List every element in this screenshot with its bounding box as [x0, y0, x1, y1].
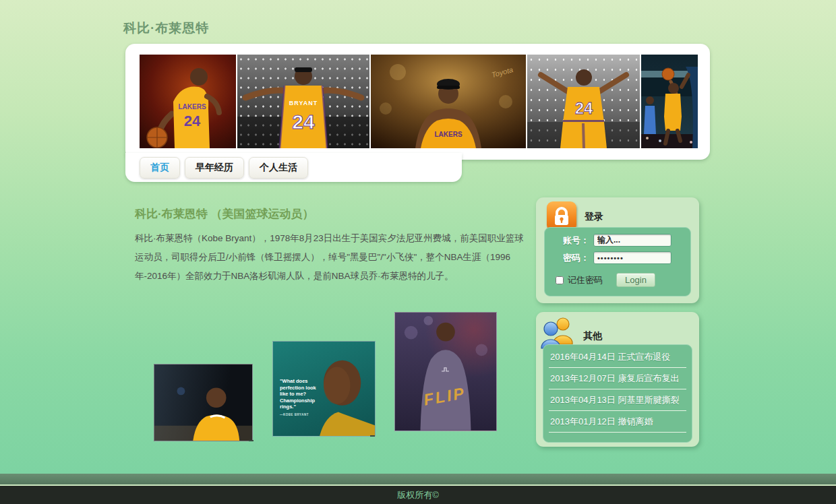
carousel-image-kobe-arms-spread[interactable]: 24 [527, 55, 640, 148]
kobe-arena-illustration: Toyota LAKERS [371, 55, 526, 148]
other-list-panel: 2016年04月14日 正式宣布退役 2013年12月07日 康复后宣布复出 2… [543, 344, 692, 443]
gallery-photo-sideline[interactable] [154, 364, 253, 441]
page-background: 科比·布莱恩特 LAKERS 24 [0, 0, 836, 504]
kobe-dribbling-illustration: LAKERS 24 [140, 55, 236, 148]
quote-attribution: —KOBE BRYANT [280, 412, 324, 418]
carousel-image-kobe-arena[interactable]: Toyota LAKERS [371, 55, 526, 148]
svg-text:BRYANT: BRYANT [289, 100, 318, 106]
kobe-sideline-illustration [154, 365, 252, 441]
password-input[interactable] [593, 251, 671, 264]
nav-bar: 首页 早年经历 个人生活 [125, 153, 462, 182]
tab-personal-life[interactable]: 个人生活 [249, 157, 308, 179]
tab-list: 首页 早年经历 个人生活 [140, 157, 308, 179]
news-item-retirement[interactable]: 2016年04月14日 正式宣布退役 [549, 346, 686, 368]
password-row: 密码： [545, 251, 685, 264]
svg-text:24: 24 [575, 99, 593, 117]
login-button[interactable]: Login [616, 273, 655, 287]
login-title: 登录 [585, 211, 603, 223]
remember-password-checkbox[interactable] [556, 276, 564, 284]
news-list: 2016年04月14日 正式宣布退役 2013年12月07日 康复后宣布复出 2… [549, 346, 686, 433]
kobe-warmup-illustration: FLIP [395, 313, 496, 431]
footer: 版权所有© [0, 486, 836, 504]
gallery-photo-quote-poster[interactable]: "What does perfection look like to me? C… [272, 341, 376, 437]
account-label: 账号： [545, 234, 589, 247]
photo-carousel: LAKERS 24 BRYANT 24 [140, 55, 698, 148]
account-row: 账号： [545, 234, 685, 247]
gallery-photo-purple-warmup[interactable]: FLIP [394, 312, 497, 431]
password-label: 密码： [545, 252, 589, 264]
login-panel: 登录 账号： 密码： 记住密码 Login [536, 197, 699, 303]
hero-card: LAKERS 24 BRYANT 24 [125, 44, 710, 160]
news-item-divorce[interactable]: 2013年01月12日 撤销离婚 [549, 411, 686, 433]
news-item-achilles[interactable]: 2013年04月13日 阿基里斯腱撕裂 [549, 389, 686, 411]
kobe-back-illustration: BRYANT 24 [237, 55, 369, 148]
login-form: 账号： 密码： 记住密码 Login [544, 227, 691, 296]
page-title: 科比·布莱恩特 [123, 20, 209, 37]
copyright-text: 版权所有© [397, 490, 439, 500]
carousel-image-kobe-back-confetti[interactable]: BRYANT 24 [237, 55, 369, 148]
article-paragraph: 科比·布莱恩特（Kobe Bryant），1978年8月23日出生于美国宾夕法尼… [135, 229, 525, 286]
quote-text: "What does perfection look like to me? C… [280, 378, 324, 418]
other-panel: 其他 2016年04月14日 正式宣布退役 2013年12月07日 康复后宣布复… [536, 312, 699, 447]
svg-text:24: 24 [184, 113, 201, 129]
quote-line: "What does perfection look like to me? C… [280, 378, 316, 410]
svg-text:24: 24 [292, 111, 315, 133]
svg-text:LAKERS: LAKERS [434, 131, 462, 138]
tab-early-years[interactable]: 早年经历 [185, 157, 244, 179]
account-input[interactable] [593, 234, 671, 247]
tab-home[interactable]: 首页 [140, 157, 180, 179]
kobe-arms-spread-illustration: 24 [527, 55, 640, 148]
link-underline-mark [249, 440, 253, 441]
carousel-image-kobe-jumpshot[interactable] [641, 55, 698, 148]
kobe-jumpshot-illustration [641, 55, 698, 148]
carousel-image-kobe-dribbling[interactable]: LAKERS 24 [140, 55, 236, 148]
remember-password-label: 记住密码 [568, 274, 603, 286]
link-underline-mark [370, 435, 375, 437]
login-actions-row: 记住密码 Login [545, 273, 685, 287]
footer-olive-band [0, 474, 836, 484]
other-title: 其他 [583, 330, 602, 342]
svg-text:LAKERS: LAKERS [178, 103, 206, 111]
article-heading: 科比·布莱恩特 （美国篮球运动员） [135, 206, 314, 222]
news-item-comeback[interactable]: 2013年12月07日 康复后宣布复出 [549, 368, 686, 389]
